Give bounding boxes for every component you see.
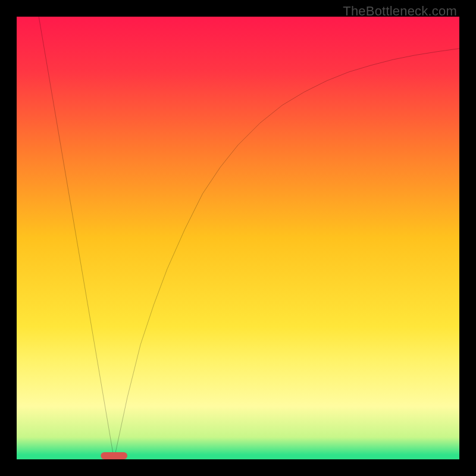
heat-background xyxy=(17,17,459,459)
chart-frame: TheBottleneck.com xyxy=(0,0,476,476)
bottleneck-chart xyxy=(17,17,459,459)
minimum-marker xyxy=(101,452,127,459)
